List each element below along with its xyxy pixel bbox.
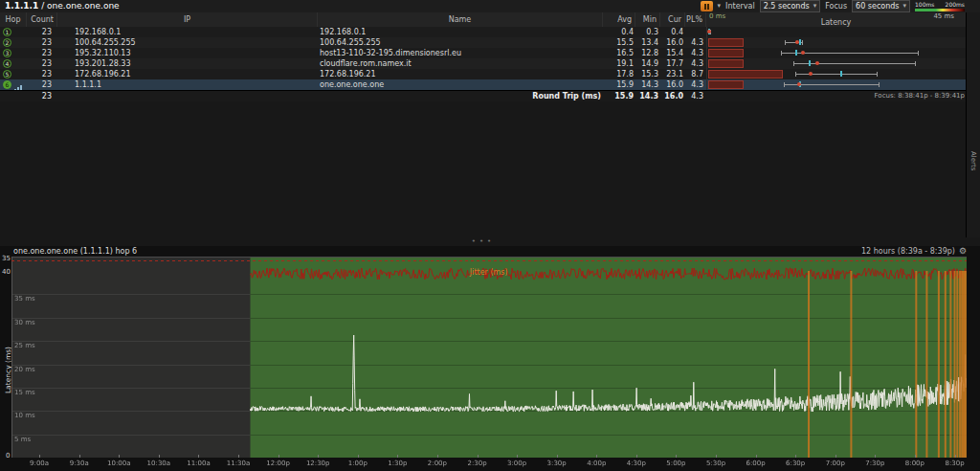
header-hop[interactable]: Hop xyxy=(0,12,27,27)
latency-scale-top-label: 40 xyxy=(2,268,11,276)
jitter-scale-top-label: 35 xyxy=(2,255,11,262)
hop-badge: 1 xyxy=(3,28,11,36)
header-count[interactable]: Count xyxy=(27,12,57,27)
ip-cell: 192.168.0.1 xyxy=(57,27,318,37)
focus-range-label: Focus: 8:38:41p - 8:39:41p xyxy=(706,91,967,101)
header-min[interactable]: Min xyxy=(635,12,660,27)
x-tick-label: 11:30a xyxy=(227,460,250,467)
avg-latency-marker xyxy=(809,72,813,76)
ip-cell: 195.32.110.13 xyxy=(57,48,318,58)
ip-cell: 100.64.255.255 xyxy=(57,37,318,48)
count-cell: 23 xyxy=(27,37,57,48)
title-bar: 1.1.1.1 / one.one.one.one ▾ Interval 2.5… xyxy=(0,0,980,13)
header-name[interactable]: Name xyxy=(318,12,603,27)
packet-loss-bar xyxy=(708,59,744,68)
x-tick-label: 11:00a xyxy=(187,460,210,467)
x-axis-labels: 9:00a9:30a10:00a10:30a11:00a11:30a12:00p… xyxy=(11,459,967,470)
timeline-range-label: 12 hours (8:39a - 8:39p) xyxy=(861,247,955,256)
logo-menu-caret-icon[interactable]: ▾ xyxy=(718,1,722,11)
x-tick-label: 5:30p xyxy=(706,460,725,467)
pl-cell: 4.3 xyxy=(685,58,706,69)
current-latency-marker xyxy=(840,71,842,77)
x-tick-label: 3:00p xyxy=(507,460,526,467)
focus-select[interactable]: 60 seconds ▾ xyxy=(852,0,910,12)
alerts-tab[interactable]: Alerts xyxy=(969,151,977,170)
name-cell: cloudflare.rom.namex.it xyxy=(318,58,603,69)
latency-scale-bottom-label: 0 xyxy=(6,452,10,460)
packet-loss-bar xyxy=(708,70,783,78)
table-row[interactable]: 4 23 193.201.28.33 cloudflare.rom.namex.… xyxy=(0,58,967,69)
table-row[interactable]: 3 23 195.32.110.13 host13-110-32-195.dim… xyxy=(0,48,967,58)
section-divider-handle[interactable]: ••• xyxy=(0,237,967,246)
interval-select[interactable]: 2.5 seconds ▾ xyxy=(760,0,820,12)
summary-min-cell: 14.3 xyxy=(635,91,660,101)
latency-cell xyxy=(706,79,967,90)
latency-cell xyxy=(706,58,967,69)
avg-latency-marker xyxy=(815,61,819,65)
min-cell: 0.3 xyxy=(635,27,660,37)
latency-whisker xyxy=(793,63,916,64)
chevron-down-icon: ▾ xyxy=(902,1,906,11)
latency-cell xyxy=(706,37,967,48)
x-tick-label: 6:00p xyxy=(746,460,766,467)
focus-label: Focus xyxy=(825,2,847,11)
latency-scale-gradient xyxy=(915,9,965,11)
x-tick-label: 8:30p xyxy=(945,460,964,467)
header-cur[interactable]: Cur xyxy=(660,12,685,27)
min-cell: 13.4 xyxy=(635,37,660,48)
ip-cell: 193.201.28.33 xyxy=(57,58,318,69)
x-tick-label: 1:00p xyxy=(348,460,368,467)
table-row[interactable]: 5 23 172.68.196.21 172.68.196.21 17.8 15… xyxy=(0,69,967,79)
x-tick-label: 9:00a xyxy=(30,460,49,467)
header-pl[interactable]: PL% xyxy=(685,12,706,27)
x-tick-label: 5:00p xyxy=(666,460,685,467)
graph-indicator-icon xyxy=(14,81,23,90)
chevron-down-icon: ▾ xyxy=(813,1,817,11)
avg-cell: 16.5 xyxy=(603,48,635,58)
pl-cell xyxy=(685,27,706,37)
min-cell: 12.8 xyxy=(635,48,660,58)
packet-loss-bar xyxy=(708,80,744,89)
x-tick-label: 4:00p xyxy=(587,460,606,467)
header-latency[interactable]: 0 ms 45 ms Latency xyxy=(706,12,967,27)
summary-avg-cell: 15.9 xyxy=(603,91,635,101)
hop-badge: 5 xyxy=(3,70,11,78)
latency-cell xyxy=(706,48,967,58)
current-latency-marker xyxy=(799,39,801,45)
x-tick-label: 2:30p xyxy=(467,460,486,467)
latency-cell xyxy=(706,27,967,37)
packet-loss-bar xyxy=(708,49,744,57)
avg-latency-marker xyxy=(795,40,799,44)
cur-cell: 23.1 xyxy=(660,69,685,79)
pingplotter-logo-icon[interactable] xyxy=(701,1,713,11)
table-row[interactable]: 6 23 1.1.1.1 one.one.one.one 15.9 14.3 1… xyxy=(0,79,967,90)
avg-cell: 15.5 xyxy=(603,37,635,48)
summary-cur-cell: 16.0 xyxy=(660,91,685,101)
pl-cell: 8.7 xyxy=(685,69,706,79)
round-trip-label: Round Trip (ms) xyxy=(318,91,603,101)
pingplotter-window: 1.1.1.1 / one.one.one.one ▾ Interval 2.5… xyxy=(0,0,980,471)
table-row[interactable]: 1 23 192.168.0.1 192.168.0.1 0.4 0.3 0.4 xyxy=(0,27,967,37)
x-tick-label: 10:30a xyxy=(147,460,170,467)
round-trip-summary-row: 23 Round Trip (ms) 15.9 14.3 16.0 4.3 Fo… xyxy=(0,90,967,101)
timeline-graph[interactable] xyxy=(11,257,967,458)
timeline-settings-gear-icon[interactable]: ⚙ xyxy=(959,246,967,257)
count-cell: 23 xyxy=(27,69,57,79)
current-latency-marker xyxy=(795,50,797,56)
cur-cell: 15.4 xyxy=(660,48,685,58)
count-cell: 23 xyxy=(27,48,57,58)
cur-cell: 16.0 xyxy=(660,79,685,90)
x-tick-label: 9:30a xyxy=(70,460,89,467)
x-tick-label: 6:30p xyxy=(786,460,805,467)
hop-cell: 3 xyxy=(0,48,27,58)
cur-cell: 0.4 xyxy=(660,27,685,37)
legend-200ms-label: 200ms xyxy=(946,2,965,8)
hop-badge: 4 xyxy=(3,59,11,68)
name-cell: 100.64.255.255 xyxy=(318,37,603,48)
avg-latency-marker xyxy=(801,51,805,55)
header-avg[interactable]: Avg xyxy=(603,12,635,27)
table-row[interactable]: 2 23 100.64.255.255 100.64.255.255 15.5 … xyxy=(0,37,967,48)
header-ip[interactable]: IP xyxy=(57,12,318,27)
count-cell: 23 xyxy=(27,58,57,69)
right-rail: Alerts xyxy=(966,12,980,237)
